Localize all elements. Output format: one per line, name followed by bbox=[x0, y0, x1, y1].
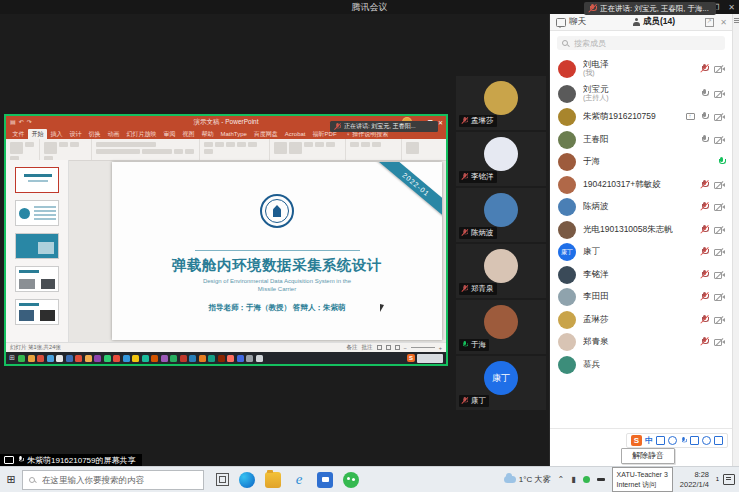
shared-taskbar-app-icon[interactable] bbox=[218, 355, 225, 362]
ppt-ribbon-tab[interactable]: 视图 bbox=[179, 129, 198, 139]
shared-taskbar-app-icon[interactable] bbox=[56, 355, 63, 362]
shared-taskbar-app-icon[interactable] bbox=[246, 355, 253, 362]
task-view-button[interactable] bbox=[216, 473, 229, 486]
ppt-ribbon-tab[interactable]: 文件 bbox=[9, 129, 28, 139]
close-button[interactable]: ✕ bbox=[728, 3, 735, 12]
zoom-slider[interactable] bbox=[411, 347, 435, 348]
slide-thumbnail[interactable] bbox=[15, 299, 59, 325]
tray-green-app-icon[interactable] bbox=[583, 476, 590, 483]
close-panel-icon[interactable]: ✕ bbox=[720, 18, 727, 27]
member-mic-icon[interactable] bbox=[718, 157, 725, 167]
member-row[interactable]: 郑青泉 bbox=[550, 331, 733, 354]
video-tile[interactable]: 郑青泉 bbox=[456, 244, 546, 298]
member-mic-icon[interactable] bbox=[701, 247, 708, 257]
slide-thumbnail[interactable] bbox=[15, 233, 59, 259]
member-mic-icon[interactable] bbox=[701, 337, 708, 347]
ppt-ribbon-tab[interactable]: MathType bbox=[217, 129, 250, 139]
action-center-icon[interactable] bbox=[723, 474, 735, 485]
ppt-current-slide[interactable]: 2022-01 弹载舱内环境数据采集系统设计 Design of Environ… bbox=[112, 162, 442, 340]
tray-expand-icon[interactable]: ⌃ bbox=[557, 475, 564, 484]
shared-taskbar-app-icon[interactable] bbox=[47, 355, 54, 362]
ime-toolbar[interactable]: S 中 bbox=[626, 433, 728, 448]
zoom-out-icon[interactable]: − bbox=[404, 345, 407, 351]
tab-chat[interactable]: 聊天 bbox=[550, 16, 592, 28]
member-row[interactable]: 刘宝元 (主持人) bbox=[550, 81, 733, 106]
member-camera-off-icon[interactable] bbox=[714, 316, 725, 324]
ppt-ribbon-tab[interactable]: 开始 bbox=[28, 129, 47, 139]
shared-taskbar-app-icon[interactable] bbox=[37, 355, 44, 362]
slide-sorter-icon[interactable] bbox=[386, 345, 391, 350]
member-mic-icon[interactable] bbox=[701, 135, 708, 145]
tray-dark-app-icon[interactable] bbox=[597, 478, 605, 481]
member-camera-off-icon[interactable] bbox=[714, 90, 725, 98]
internet-explorer-taskbar-icon[interactable]: e bbox=[291, 472, 307, 488]
ppt-ribbon-tab[interactable]: 帮助 bbox=[198, 129, 217, 139]
shared-screen-region[interactable]: ▤↶↷ 演示文稿 - PowerPoint —❐✕ 文件开始插入设计切换动画幻灯… bbox=[4, 114, 448, 366]
video-tile[interactable]: 陈炳波 bbox=[456, 188, 546, 242]
shared-taskbar-app-icon[interactable] bbox=[104, 355, 111, 362]
member-row[interactable]: 王春阳 bbox=[550, 129, 733, 152]
video-tile[interactable]: 李铭洋 bbox=[456, 132, 546, 186]
shared-taskbar-app-icon[interactable] bbox=[170, 355, 177, 362]
member-camera-off-icon[interactable] bbox=[714, 136, 725, 144]
popout-panel-icon[interactable] bbox=[705, 18, 714, 27]
normal-view-icon[interactable] bbox=[377, 345, 382, 350]
shared-taskbar-app-icon[interactable] bbox=[85, 355, 92, 362]
member-row[interactable]: 陈炳波 bbox=[550, 196, 733, 219]
member-camera-off-icon[interactable] bbox=[714, 226, 725, 234]
shared-taskbar-app-icon[interactable] bbox=[94, 355, 101, 362]
ppt-ribbon-tab[interactable]: 设计 bbox=[66, 129, 85, 139]
member-mic-icon[interactable] bbox=[701, 315, 708, 325]
slideshow-view-icon[interactable] bbox=[395, 345, 400, 350]
ppt-ribbon-tab[interactable]: 幻灯片放映 bbox=[123, 129, 160, 139]
video-tile[interactable]: 孟琳莎 bbox=[456, 76, 546, 130]
edge-taskbar-icon[interactable] bbox=[239, 472, 255, 488]
battery-icon[interactable]: ▮ bbox=[571, 475, 575, 484]
ime-skin-icon[interactable] bbox=[714, 436, 723, 445]
wechat-taskbar-icon[interactable] bbox=[343, 472, 359, 488]
ribbon-group-drawing[interactable] bbox=[270, 139, 346, 160]
ppt-ribbon-tab[interactable]: 动画 bbox=[104, 129, 123, 139]
sogou-ime-icon[interactable]: S bbox=[631, 435, 642, 446]
member-row[interactable]: 1904210317+韩敏姣 bbox=[550, 174, 733, 197]
member-camera-off-icon[interactable] bbox=[714, 271, 725, 279]
notes-toggle[interactable]: 备注 bbox=[347, 344, 358, 351]
shared-sogou-icon[interactable]: S bbox=[407, 354, 415, 362]
member-search[interactable] bbox=[557, 36, 725, 50]
ppt-ribbon-tab[interactable]: Acrobat bbox=[281, 129, 309, 139]
member-row[interactable]: 于海 bbox=[550, 151, 733, 174]
member-row[interactable]: 李田田 bbox=[550, 286, 733, 309]
shared-taskbar-app-icon[interactable] bbox=[142, 355, 149, 362]
member-camera-off-icon[interactable] bbox=[714, 181, 725, 189]
member-camera-off-icon[interactable] bbox=[714, 293, 725, 301]
ime-keyboard-icon[interactable] bbox=[690, 436, 699, 445]
panel-scrollbar[interactable] bbox=[732, 14, 739, 466]
member-row[interactable]: 康丁 康丁 bbox=[550, 241, 733, 264]
member-mic-icon[interactable] bbox=[701, 292, 708, 302]
taskbar-search-input[interactable] bbox=[40, 474, 194, 486]
ribbon-group-paragraph[interactable] bbox=[200, 139, 270, 160]
member-mic-icon[interactable] bbox=[701, 64, 708, 74]
video-tile[interactable]: 于海 bbox=[456, 300, 546, 354]
shared-start-icon[interactable]: ⊞ bbox=[9, 352, 15, 364]
meeting-app-taskbar-icon[interactable] bbox=[317, 472, 333, 488]
member-camera-off-icon[interactable] bbox=[714, 113, 725, 121]
member-mic-icon[interactable] bbox=[701, 112, 708, 122]
shared-taskbar-app-icon[interactable] bbox=[161, 355, 168, 362]
shared-taskbar-app-icon[interactable] bbox=[189, 355, 196, 362]
ribbon-group-editing[interactable] bbox=[346, 139, 402, 160]
shared-taskbar-app-icon[interactable] bbox=[256, 355, 263, 362]
member-camera-off-icon[interactable] bbox=[714, 203, 725, 211]
member-mic-icon[interactable] bbox=[701, 202, 708, 212]
shared-taskbar-app-icon[interactable] bbox=[75, 355, 82, 362]
ime-punctuation-icon[interactable] bbox=[656, 436, 665, 445]
video-tile[interactable]: 康丁 康丁 bbox=[456, 356, 546, 410]
ime-settings-icon[interactable] bbox=[702, 436, 711, 445]
shared-taskbar-app-icon[interactable] bbox=[18, 355, 25, 362]
ime-emoji-icon[interactable] bbox=[668, 436, 677, 445]
member-camera-off-icon[interactable] bbox=[714, 338, 725, 346]
ribbon-group-slides[interactable] bbox=[40, 139, 92, 160]
ribbon-group-share[interactable] bbox=[402, 139, 446, 160]
tab-members[interactable]: 成员(14) bbox=[626, 16, 681, 28]
ribbon-group-clipboard[interactable] bbox=[6, 139, 40, 160]
